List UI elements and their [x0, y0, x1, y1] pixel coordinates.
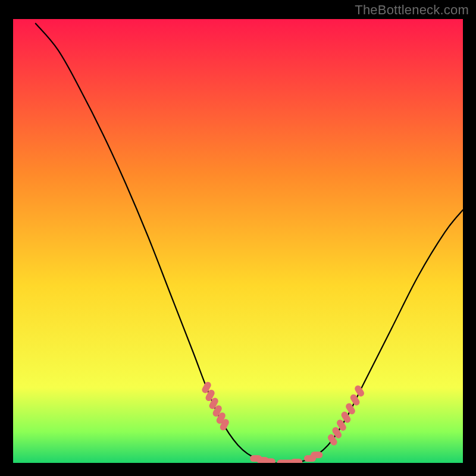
- gradient-background: [13, 19, 463, 463]
- data-marker: [264, 458, 275, 463]
- stage: TheBottleneck.com: [0, 0, 476, 476]
- data-marker: [311, 452, 322, 458]
- plot-area: [13, 19, 463, 463]
- plot-frame: [12, 18, 464, 464]
- bottleneck-chart: [13, 19, 463, 463]
- watermark-text: TheBottleneck.com: [355, 2, 469, 18]
- data-marker: [290, 459, 302, 463]
